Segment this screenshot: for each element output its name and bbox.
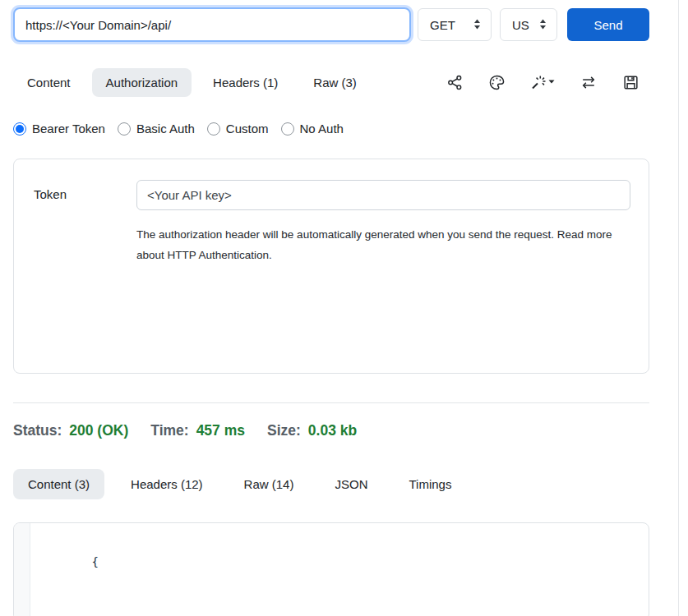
radio-bearer-token[interactable]: Bearer Token xyxy=(13,122,105,136)
size-label: Size: xyxy=(267,422,301,439)
response-json-body: { "message": "API running." } xyxy=(30,523,649,616)
select-updown-icon xyxy=(473,18,482,32)
status-pair: Status: 200 (OK) xyxy=(13,422,128,439)
radio-unselected-icon xyxy=(281,122,294,136)
token-label: Token xyxy=(34,180,136,210)
send-button[interactable]: Send xyxy=(567,8,649,41)
radio-unselected-icon xyxy=(118,122,131,136)
response-body-card: { "message": "API running." } xyxy=(13,522,649,616)
time-label: Time: xyxy=(150,422,188,439)
section-divider xyxy=(13,402,649,403)
tab-content[interactable]: Content xyxy=(13,68,85,97)
palette-icon[interactable] xyxy=(488,74,506,91)
status-value: 200 (OK) xyxy=(69,422,128,439)
status-label: Status: xyxy=(13,422,62,439)
share-icon[interactable] xyxy=(446,74,464,91)
radio-selected-icon xyxy=(13,122,26,136)
time-value: 457 ms xyxy=(196,422,245,439)
response-tabs-row: Content (3) Headers (12) Raw (14) JSON T… xyxy=(13,469,649,499)
time-pair: Time: 457 ms xyxy=(150,422,245,439)
tab-authorization[interactable]: Authorization xyxy=(92,68,192,97)
token-help-text: The authorization header will be automat… xyxy=(136,224,630,265)
region-select-value: US xyxy=(512,18,529,32)
auth-type-radios: Bearer Token Basic Auth Custom No Auth xyxy=(13,122,649,136)
request-tabs-row: Content Authorization Headers (1) Raw (3… xyxy=(13,68,649,97)
resp-tab-raw[interactable]: Raw (14) xyxy=(229,469,309,499)
request-bar: GET US Send xyxy=(13,7,649,43)
method-select-value: GET xyxy=(430,18,455,32)
region-select[interactable]: US xyxy=(500,8,557,41)
select-updown-icon xyxy=(538,18,547,32)
tab-headers[interactable]: Headers (1) xyxy=(199,68,292,97)
code-line: { xyxy=(36,531,637,592)
size-value: 0.03 kb xyxy=(308,422,357,439)
save-icon[interactable] xyxy=(622,74,640,91)
method-select[interactable]: GET xyxy=(418,8,492,41)
resp-tab-headers[interactable]: Headers (12) xyxy=(116,469,218,499)
code-line: "message": "API running." xyxy=(36,592,637,616)
resp-tab-timings[interactable]: Timings xyxy=(394,469,466,499)
radio-basic-auth[interactable]: Basic Auth xyxy=(118,122,195,136)
radio-label: Bearer Token xyxy=(32,122,105,136)
request-toolbar xyxy=(446,74,649,91)
radio-label: Custom xyxy=(226,122,269,136)
radio-label: No Auth xyxy=(300,122,344,136)
resp-tab-content[interactable]: Content (3) xyxy=(13,469,104,499)
radio-unselected-icon xyxy=(207,122,220,136)
swap-arrows-icon[interactable] xyxy=(579,74,598,91)
url-input[interactable] xyxy=(13,7,411,42)
radio-custom[interactable]: Custom xyxy=(207,122,269,136)
radio-no-auth[interactable]: No Auth xyxy=(281,122,344,136)
token-input[interactable] xyxy=(136,180,630,210)
size-pair: Size: 0.03 kb xyxy=(267,422,357,439)
tab-raw[interactable]: Raw (3) xyxy=(299,68,371,97)
magic-wand-dropdown-icon[interactable] xyxy=(530,74,555,91)
response-summary: Status: 200 (OK) Time: 457 ms Size: 0.03… xyxy=(13,422,649,439)
radio-label: Basic Auth xyxy=(136,122,195,136)
content-right-border xyxy=(678,0,679,616)
api-client-panel: GET US Send Content Authorization Header… xyxy=(13,7,649,616)
code-gutter xyxy=(14,523,30,616)
token-row: Token xyxy=(14,159,649,210)
authorization-panel: Token The authorization header will be a… xyxy=(13,159,649,374)
resp-tab-json[interactable]: JSON xyxy=(320,469,382,499)
